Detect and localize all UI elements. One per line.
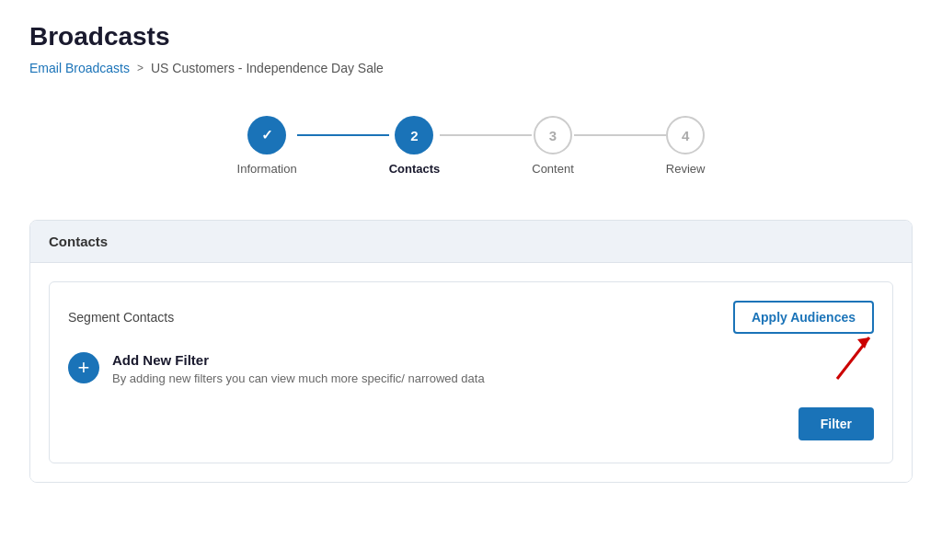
- step-circle-contacts: 2: [395, 116, 433, 154]
- add-filter-row: + Add New Filter By adding new filters y…: [68, 352, 874, 385]
- step-label-contacts: Contacts: [389, 162, 441, 176]
- step-label-review: Review: [666, 162, 706, 176]
- step-review[interactable]: 4 Review: [666, 116, 706, 176]
- segment-label: Segment Contacts: [68, 310, 174, 325]
- svg-marker-1: [857, 337, 869, 349]
- step-label-information: Information: [237, 162, 297, 176]
- breadcrumb-current: US Customers - Independence Day Sale: [151, 61, 384, 75]
- filter-button[interactable]: Filter: [798, 407, 874, 440]
- add-filter-title: Add New Filter: [112, 352, 485, 368]
- contacts-body: Segment Contacts Apply Audiences + Add N…: [30, 263, 912, 482]
- add-filter-description: By adding new filters you can view much …: [112, 371, 485, 385]
- contacts-section-header: Contacts: [30, 221, 912, 263]
- breadcrumb-email-broadcasts[interactable]: Email Broadcasts: [29, 61, 130, 75]
- step-circle-content: 3: [534, 116, 572, 154]
- step-label-content: Content: [532, 162, 574, 176]
- contacts-section: Contacts Segment Contacts Apply Audience…: [29, 220, 913, 483]
- step-content[interactable]: 3 Content: [532, 116, 574, 176]
- step-connector-3: [574, 134, 666, 136]
- step-connector-1: [297, 134, 389, 136]
- add-filter-text: Add New Filter By adding new filters you…: [112, 352, 485, 385]
- page-title: Broadcasts: [29, 22, 913, 51]
- step-circle-review: 4: [666, 116, 705, 154]
- step-information[interactable]: ✓ Information: [237, 116, 297, 176]
- step-circle-information: ✓: [247, 116, 286, 154]
- filter-button-row: Filter: [68, 407, 874, 440]
- breadcrumb: Email Broadcasts > US Customers - Indepe…: [29, 61, 913, 75]
- segment-row: Segment Contacts Apply Audiences + Add N…: [49, 281, 893, 463]
- segment-top: Segment Contacts Apply Audiences: [68, 301, 874, 334]
- breadcrumb-separator: >: [137, 62, 144, 74]
- apply-audiences-button[interactable]: Apply Audiences: [733, 301, 874, 334]
- step-connector-2: [440, 134, 532, 136]
- step-contacts[interactable]: 2 Contacts: [389, 116, 441, 176]
- stepper: ✓ Information 2 Contacts 3 Content 4 Rev…: [29, 101, 913, 190]
- add-filter-button[interactable]: +: [68, 352, 99, 383]
